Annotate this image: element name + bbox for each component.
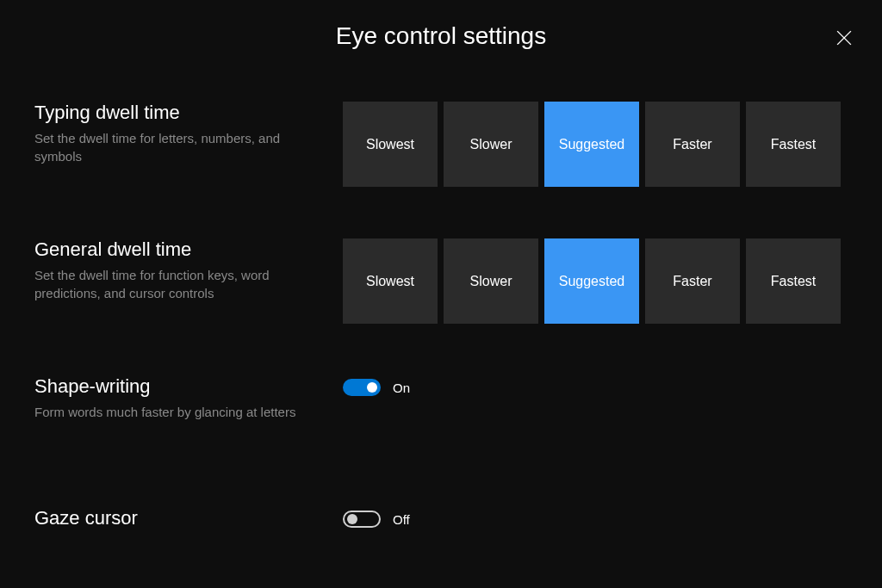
general-dwell-desc: Set the dwell time for function keys, wo… — [34, 266, 326, 302]
setting-row-general-dwell: General dwell time Set the dwell time fo… — [34, 238, 848, 324]
shape-writing-toggle-wrap: On — [343, 375, 410, 396]
close-button[interactable] — [830, 24, 858, 52]
general-dwell-title: General dwell time — [34, 238, 326, 261]
option-button-slower[interactable]: Slower — [444, 238, 538, 324]
setting-row-typing-dwell: Typing dwell time Set the dwell time for… — [34, 102, 848, 187]
typing-dwell-title: Typing dwell time — [34, 102, 326, 124]
content: Typing dwell time Set the dwell time for… — [0, 50, 882, 535]
setting-label: Shape-writing Form words much faster by … — [34, 375, 343, 421]
header: Eye control settings — [0, 0, 882, 50]
option-button-slowest[interactable]: Slowest — [343, 238, 438, 324]
general-dwell-options: SlowestSlowerSuggestedFasterFastest — [343, 238, 841, 324]
toggle-knob — [367, 382, 377, 393]
setting-row-shape-writing: Shape-writing Form words much faster by … — [34, 375, 848, 421]
gaze-cursor-toggle-wrap: Off — [343, 507, 410, 528]
option-button-slower[interactable]: Slower — [444, 102, 538, 187]
page-title: Eye control settings — [0, 22, 882, 50]
gaze-cursor-toggle[interactable] — [343, 511, 381, 528]
setting-label: Gaze cursor — [34, 507, 343, 535]
gaze-cursor-state-label: Off — [393, 512, 410, 527]
typing-dwell-options: SlowestSlowerSuggestedFasterFastest — [343, 102, 841, 187]
gaze-cursor-title: Gaze cursor — [34, 507, 326, 529]
setting-label: Typing dwell time Set the dwell time for… — [34, 102, 343, 165]
shape-writing-title: Shape-writing — [34, 375, 326, 398]
toggle-knob — [347, 514, 357, 524]
option-button-faster[interactable]: Faster — [645, 102, 740, 187]
option-button-fastest[interactable]: Fastest — [746, 102, 841, 187]
typing-dwell-desc: Set the dwell time for letters, numbers,… — [34, 129, 326, 165]
shape-writing-state-label: On — [393, 381, 410, 395]
option-button-suggested[interactable]: Suggested — [544, 238, 639, 324]
option-button-faster[interactable]: Faster — [645, 238, 740, 324]
shape-writing-toggle[interactable] — [343, 379, 381, 396]
setting-label: General dwell time Set the dwell time fo… — [34, 238, 343, 302]
option-button-suggested[interactable]: Suggested — [544, 102, 639, 187]
setting-row-gaze-cursor: Gaze cursor Off — [34, 507, 848, 535]
close-icon — [836, 30, 852, 46]
option-button-fastest[interactable]: Fastest — [746, 238, 841, 324]
shape-writing-desc: Form words much faster by glancing at le… — [34, 403, 326, 421]
option-button-slowest[interactable]: Slowest — [343, 102, 438, 187]
